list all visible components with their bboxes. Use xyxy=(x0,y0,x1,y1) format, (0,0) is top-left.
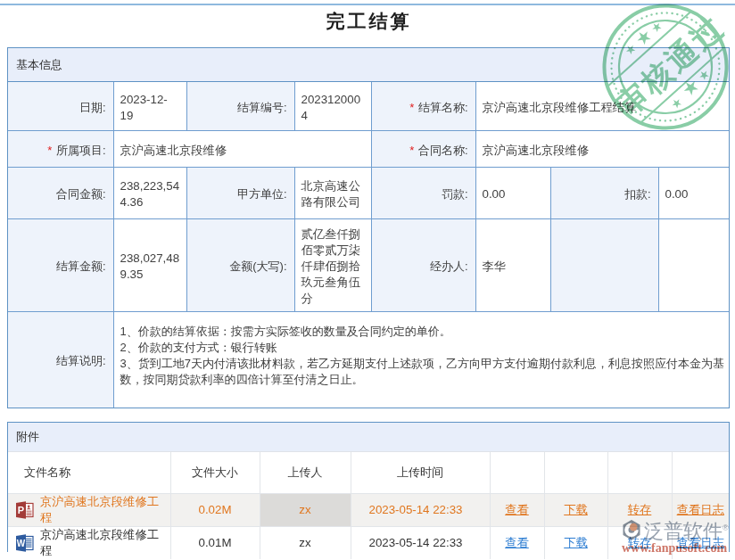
svg-text:P: P xyxy=(18,505,24,515)
svg-text:W: W xyxy=(17,539,26,548)
